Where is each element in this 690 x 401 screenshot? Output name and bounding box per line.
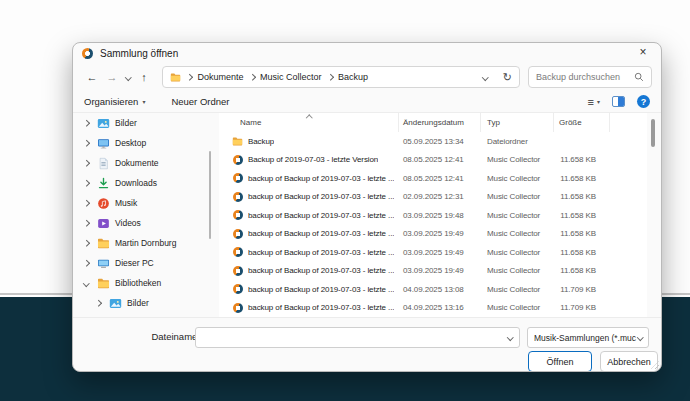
chevron-right-icon bbox=[186, 74, 192, 80]
file-row[interactable]: backup of Backup of 2019-07-03 - letzte … bbox=[219, 243, 647, 262]
chevron-right-icon[interactable] bbox=[81, 241, 92, 246]
muc-file-icon bbox=[232, 265, 243, 276]
chevron-right-icon[interactable] bbox=[81, 161, 92, 166]
filetype-select[interactable]: Musik-Sammlungen (*.muc bbox=[527, 327, 649, 348]
sidebar-item-videos[interactable]: Videos bbox=[73, 213, 212, 233]
file-date-cell: 03.09.2025 19:49 bbox=[399, 225, 481, 244]
chevron-right-icon[interactable] bbox=[81, 141, 92, 146]
sidebar-item-downloads[interactable]: Downloads bbox=[73, 173, 212, 193]
file-size-cell: 11.658 KB bbox=[554, 243, 610, 262]
column-header-date[interactable]: Änderungsdatum bbox=[399, 113, 481, 132]
sidebar-item-desktop[interactable]: Desktop bbox=[73, 133, 212, 153]
sidebar-item-martin-dornburg[interactable]: Martin Dornburg bbox=[73, 233, 212, 253]
sidebar-item-label: Bilder bbox=[115, 118, 137, 128]
cancel-button[interactable]: Abbrechen bbox=[600, 351, 658, 372]
chevron-down-icon[interactable] bbox=[507, 334, 513, 340]
desktop-icon bbox=[97, 137, 110, 150]
sidebar-item-label: Martin Dornburg bbox=[115, 238, 176, 248]
folder-icon bbox=[232, 136, 243, 147]
column-header-type[interactable]: Typ bbox=[481, 113, 554, 132]
file-name-cell: Backup of 2019-07-03 - letzte Version bbox=[219, 151, 399, 170]
recent-locations-button[interactable] bbox=[122, 75, 134, 80]
chevron-right-icon[interactable] bbox=[81, 181, 92, 186]
chevron-right-icon bbox=[249, 74, 255, 80]
file-row[interactable]: backup of Backup of 2019-07-03 - letzte … bbox=[219, 169, 647, 188]
videos-icon bbox=[97, 217, 110, 230]
new-folder-label: Neuer Ordner bbox=[171, 96, 229, 107]
chevron-right-icon[interactable] bbox=[81, 261, 92, 266]
open-button[interactable]: Öffnen bbox=[528, 351, 592, 372]
address-bar[interactable]: DokumenteMusic CollectorBackup ↻ bbox=[162, 66, 520, 88]
file-row[interactable]: backup of Backup of 2019-07-03 - letzte … bbox=[219, 188, 647, 207]
muc-file-icon bbox=[232, 302, 243, 313]
chevron-down-icon[interactable] bbox=[81, 281, 92, 286]
file-list-scrollbar[interactable] bbox=[651, 119, 655, 147]
filetype-value: Musik-Sammlungen (*.muc bbox=[534, 333, 636, 343]
forward-button[interactable]: → bbox=[102, 71, 122, 83]
file-size-cell: 11.709 KB bbox=[554, 299, 610, 318]
file-name-cell: Backup bbox=[219, 132, 399, 151]
search-icon bbox=[634, 72, 644, 82]
computer-icon bbox=[97, 257, 110, 270]
help-button[interactable]: ? bbox=[637, 95, 650, 108]
organize-label: Organisieren bbox=[84, 96, 138, 107]
filename-combobox[interactable] bbox=[195, 327, 520, 348]
sidebar-item-label: Dokumente bbox=[115, 158, 158, 168]
preview-pane-button[interactable] bbox=[612, 96, 625, 107]
breadcrumb-item-backup[interactable]: Backup bbox=[338, 72, 368, 82]
list-view-icon: ≡ bbox=[588, 96, 594, 108]
sidebar-item-dieser-pc[interactable]: Dieser PC bbox=[73, 253, 212, 273]
file-row[interactable]: backup of Backup of 2019-07-03 - letzte … bbox=[219, 225, 647, 244]
close-button[interactable]: × bbox=[635, 45, 651, 61]
organize-button[interactable]: Organisieren ▾ bbox=[84, 96, 145, 107]
address-dropdown-chevron-icon[interactable] bbox=[482, 74, 488, 80]
file-name-cell: backup of Backup of 2019-07-03 - letzte … bbox=[219, 299, 399, 318]
file-size-cell: 11.658 KB bbox=[554, 225, 610, 244]
pictures-icon bbox=[109, 297, 122, 310]
command-toolbar: Organisieren ▾ Neuer Ordner ≡ ▾ ? bbox=[73, 91, 661, 113]
muc-file-icon bbox=[232, 210, 243, 221]
downloads-icon bbox=[97, 177, 110, 190]
new-folder-button[interactable]: Neuer Ordner bbox=[171, 96, 229, 107]
file-size-cell: 11.658 KB bbox=[554, 169, 610, 188]
chevron-down-icon bbox=[637, 334, 643, 340]
file-name-cell: backup of Backup of 2019-07-03 - letzte … bbox=[219, 188, 399, 207]
muc-file-icon bbox=[232, 173, 243, 184]
folder-icon bbox=[97, 237, 110, 250]
sidebar-item-bilder[interactable]: Bilder bbox=[73, 113, 212, 133]
file-type-cell: Music Collector bbox=[481, 169, 554, 188]
sidebar-item-dokumente[interactable]: Dokumente bbox=[73, 153, 212, 173]
chevron-right-icon[interactable] bbox=[81, 201, 92, 206]
file-size-cell bbox=[554, 132, 610, 151]
breadcrumb-item-dokumente[interactable]: Dokumente bbox=[198, 72, 244, 82]
file-name: Backup bbox=[248, 137, 274, 146]
back-button[interactable]: ← bbox=[82, 71, 102, 83]
filename-input[interactable] bbox=[203, 333, 508, 343]
chevron-right-icon[interactable] bbox=[93, 301, 104, 306]
file-size-cell: 11.658 KB bbox=[554, 188, 610, 207]
up-button[interactable]: ↑ bbox=[134, 71, 154, 83]
search-input[interactable] bbox=[536, 72, 634, 82]
sidebar-item-bibliotheken[interactable]: Bibliotheken bbox=[73, 273, 212, 293]
refresh-icon[interactable]: ↻ bbox=[503, 71, 512, 84]
search-box[interactable] bbox=[528, 66, 652, 88]
file-name-cell: backup of Backup of 2019-07-03 - letzte … bbox=[219, 225, 399, 244]
file-row[interactable]: Backup of 2019-07-03 - letzte Version08.… bbox=[219, 151, 647, 170]
file-row[interactable]: backup of Backup of 2019-07-03 - letzte … bbox=[219, 206, 647, 225]
chevron-right-icon[interactable] bbox=[81, 221, 92, 226]
sidebar-scrollbar[interactable] bbox=[209, 151, 211, 239]
file-row[interactable]: backup of Backup of 2019-07-03 - letzte … bbox=[219, 280, 647, 299]
column-header-size[interactable]: Größe bbox=[554, 113, 610, 132]
breadcrumb-item-music-collector[interactable]: Music Collector bbox=[260, 72, 322, 82]
file-name-cell: backup of Backup of 2019-07-03 - letzte … bbox=[219, 280, 399, 299]
file-row[interactable]: backup of Backup of 2019-07-03 - letzte … bbox=[219, 262, 647, 281]
sidebar-item-label: Bilder bbox=[127, 298, 149, 308]
dialog-titlebar[interactable]: Sammlung öffnen × bbox=[73, 43, 661, 63]
view-options-button[interactable]: ≡ ▾ bbox=[588, 96, 600, 108]
file-row[interactable]: Backup05.09.2025 13:34Dateiordner bbox=[219, 132, 647, 151]
file-row[interactable]: backup of Backup of 2019-07-03 - letzte … bbox=[219, 299, 647, 318]
file-date-cell: 04.09.2025 13:16 bbox=[399, 299, 481, 318]
chevron-right-icon[interactable] bbox=[81, 121, 92, 126]
sidebar-item-musik[interactable]: Musik bbox=[73, 193, 212, 213]
sidebar-item-bilder[interactable]: Bilder bbox=[73, 293, 212, 313]
